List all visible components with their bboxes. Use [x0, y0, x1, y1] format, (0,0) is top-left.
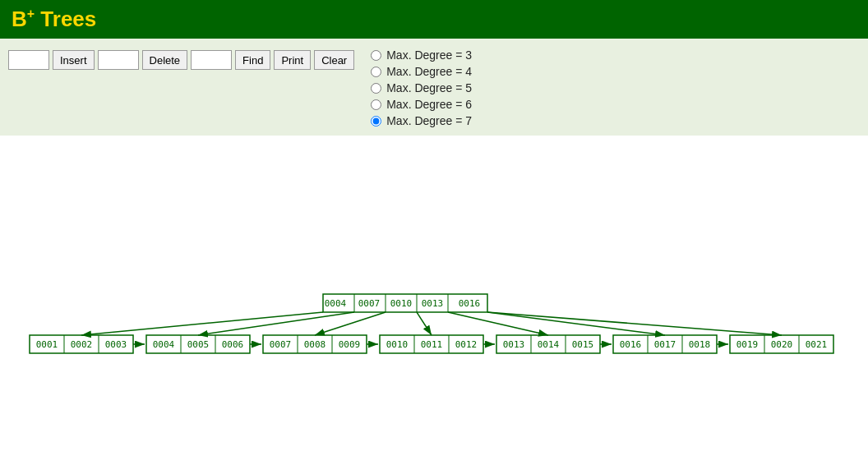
tree-canvas: 0004 0007 0010 0013 0016 0001 0002 0003 …	[0, 136, 868, 415]
svg-text:0005: 0005	[187, 339, 210, 350]
svg-text:0014: 0014	[538, 339, 560, 350]
degree-4-option[interactable]: Max. Degree = 4	[371, 65, 472, 78]
toolbar: Insert Delete Find Print Clear	[8, 47, 354, 70]
svg-text:0015: 0015	[572, 339, 594, 350]
root-key-1: 0007	[358, 298, 381, 309]
svg-text:0001: 0001	[36, 339, 58, 350]
svg-text:0012: 0012	[455, 339, 478, 350]
svg-text:0019: 0019	[736, 339, 759, 350]
svg-text:0013: 0013	[503, 339, 525, 350]
root-key-4: 0016	[459, 298, 481, 309]
degree-6-option[interactable]: Max. Degree = 6	[371, 98, 472, 111]
insert-input[interactable]	[8, 50, 49, 70]
degree-7-radio[interactable]	[371, 116, 381, 127]
svg-text:0003: 0003	[105, 339, 127, 350]
svg-text:0009: 0009	[339, 339, 361, 350]
degree-3-option[interactable]: Max. Degree = 3	[371, 48, 472, 62]
svg-line-48	[315, 312, 386, 335]
svg-text:0004: 0004	[153, 339, 175, 350]
svg-text:0007: 0007	[270, 339, 292, 350]
find-input[interactable]	[191, 50, 232, 70]
degree-radio-panel: Max. Degree = 3 Max. Degree = 4 Max. Deg…	[371, 47, 472, 127]
toolbar-area: Insert Delete Find Print Clear Max. Degr…	[0, 39, 868, 136]
degree-6-radio[interactable]	[371, 99, 381, 110]
find-button[interactable]: Find	[235, 50, 270, 70]
svg-text:0021: 0021	[806, 339, 828, 350]
tree-diagram: 0004 0007 0010 0013 0016 0001 0002 0003 …	[0, 136, 868, 415]
root-key-2: 0010	[390, 298, 413, 309]
degree-4-radio[interactable]	[371, 67, 381, 77]
delete-input[interactable]	[98, 50, 139, 70]
root-key-0: 0004	[325, 298, 347, 309]
degree-7-option[interactable]: Max. Degree = 7	[371, 114, 472, 127]
degree-3-radio[interactable]	[371, 50, 381, 61]
svg-text:0002: 0002	[71, 339, 93, 350]
delete-button[interactable]: Delete	[142, 50, 188, 70]
degree-5-option[interactable]: Max. Degree = 5	[371, 81, 472, 94]
app-header: B+ Trees	[0, 0, 868, 39]
svg-line-46	[81, 312, 323, 335]
svg-text:0017: 0017	[654, 339, 676, 350]
svg-text:0016: 0016	[620, 339, 642, 350]
svg-text:0010: 0010	[386, 339, 409, 350]
svg-text:0008: 0008	[304, 339, 326, 350]
clear-button[interactable]: Clear	[314, 50, 354, 70]
svg-text:0006: 0006	[222, 339, 244, 350]
svg-text:0018: 0018	[689, 339, 711, 350]
app-title: B+ Trees	[12, 7, 96, 32]
root-key-3: 0013	[422, 298, 444, 309]
svg-text:0011: 0011	[421, 339, 443, 350]
insert-button[interactable]: Insert	[53, 50, 95, 70]
print-button[interactable]: Print	[274, 50, 311, 70]
svg-text:0020: 0020	[771, 339, 793, 350]
degree-5-radio[interactable]	[371, 83, 381, 94]
svg-line-47	[198, 312, 354, 335]
svg-line-49	[417, 312, 432, 335]
